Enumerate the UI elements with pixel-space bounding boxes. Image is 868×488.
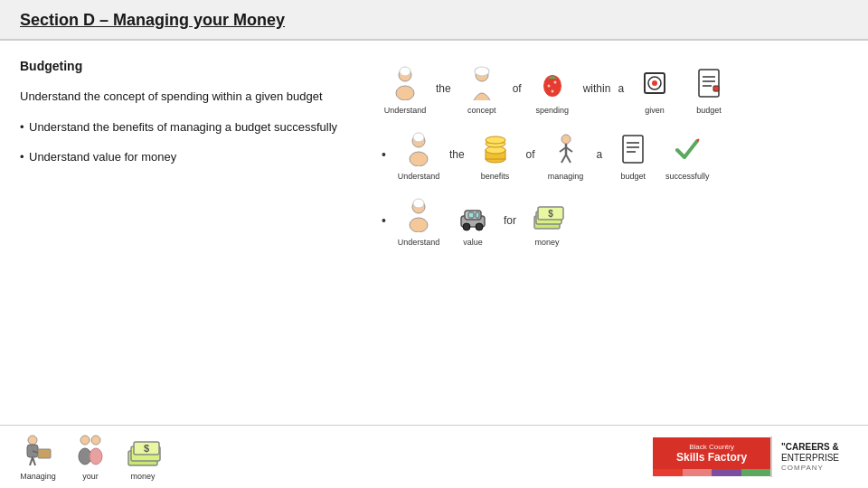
svg-point-1: [396, 86, 414, 100]
footer: Managing your $ money: [0, 425, 868, 488]
svg-rect-44: [468, 212, 474, 218]
sym-budget-2: budget: [609, 128, 656, 182]
sym-within: within: [583, 82, 611, 95]
sym-a-1: a: [618, 82, 624, 95]
footer-label-your: your: [82, 472, 99, 481]
sym-successfully: successfully: [664, 128, 711, 182]
bcsf-color-blocks: [653, 469, 770, 476]
page: Section D – Managing your Money Budgetin…: [0, 0, 868, 488]
sym-understand-2: Understand: [395, 128, 442, 182]
sym-money: $ money: [524, 194, 571, 248]
given-icon: [634, 62, 675, 104]
svg-point-8: [551, 90, 553, 93]
svg-point-6: [547, 85, 550, 88]
bcsf-badge: Black Country Skills Factory: [653, 437, 770, 476]
svg-point-25: [486, 136, 505, 144]
bullet-item-1: • Understand the benefits of managing a …: [20, 118, 363, 136]
svg-point-4: [475, 67, 489, 76]
color-block-pink: [683, 469, 712, 476]
svg-text:$: $: [548, 209, 553, 219]
sym-the-2: the: [449, 148, 465, 161]
footer-icon-group: Managing your $ money: [20, 433, 653, 481]
svg-point-42: [463, 223, 470, 230]
sym-bullet-3: •: [382, 213, 386, 229]
bcsf-line2: Skills Factory: [662, 451, 761, 464]
symbol-row-2: • Understand the: [382, 128, 848, 182]
main-content: Budgeting Understand the concept of spen…: [0, 41, 868, 425]
footer-icon-money: $ money: [125, 433, 161, 481]
footer-logos: Black Country Skills Factory "CAREERS & …: [653, 436, 848, 477]
sym-label-given: given: [645, 106, 665, 116]
footer-icon-your: your: [72, 433, 108, 481]
concept-icon: [461, 62, 503, 104]
sym-label-spending: spending: [535, 106, 569, 116]
svg-point-18: [410, 152, 428, 166]
right-column: Understand the concept of: [382, 59, 848, 425]
sym-label-understand-1: Understand: [384, 106, 427, 116]
sym-understand-1: Understand: [382, 62, 429, 116]
svg-line-31: [566, 155, 571, 163]
color-block-purple: [712, 469, 741, 476]
sym-understand-3: Understand: [395, 194, 442, 248]
sym-label-understand-2: Understand: [398, 172, 440, 182]
bullet-dot-1: •: [20, 118, 24, 136]
understand-icon-1: [384, 62, 426, 104]
careers-line1: CAREERS &: [786, 442, 839, 452]
sym-of-2: of: [526, 148, 535, 161]
understand-icon-3: [398, 194, 439, 236]
svg-point-50: [28, 436, 37, 445]
sym-benefits: benefits: [472, 128, 519, 182]
sym-label-value: value: [463, 238, 483, 248]
sym-label-budget-1: budget: [696, 106, 722, 116]
sym-label-understand-3: Understand: [398, 238, 440, 248]
your-footer-icon: [72, 433, 108, 469]
svg-rect-54: [38, 449, 51, 458]
page-title: Section D – Managing your Money: [20, 11, 285, 29]
bullet-dot-2: •: [20, 148, 24, 166]
svg-line-30: [561, 155, 566, 163]
sym-the-1: the: [436, 82, 451, 95]
careers-badge: "CAREERS & ENTERPRISE COMPANY: [770, 436, 848, 477]
company-text: COMPANY: [781, 464, 824, 472]
svg-text:$: $: [144, 443, 149, 454]
bullet-text-1: Understand the benefits of managing a bu…: [29, 120, 337, 134]
color-block-green: [741, 469, 771, 476]
svg-rect-32: [623, 136, 643, 163]
careers-text: "CAREERS &: [781, 442, 839, 453]
footer-icon-managing: Managing: [20, 433, 56, 481]
svg-point-2: [400, 67, 410, 76]
bcsf-line1: Black Country: [662, 443, 761, 451]
header: Section D – Managing your Money: [0, 0, 868, 41]
managing-icon: [545, 128, 587, 170]
svg-point-56: [80, 436, 90, 445]
sym-bullet-2: •: [382, 147, 386, 163]
successfully-icon: [666, 128, 708, 170]
sym-of-1: of: [513, 82, 522, 95]
svg-point-38: [410, 218, 428, 232]
budget-icon-2: [612, 128, 654, 170]
understand-icon-2: [398, 128, 439, 170]
section-budgeting-title: Budgeting: [20, 59, 363, 73]
svg-point-19: [413, 133, 424, 142]
sym-label-money: money: [534, 238, 559, 248]
svg-point-43: [476, 223, 483, 230]
sym-given: given: [631, 62, 678, 116]
sym-a-2: a: [597, 148, 603, 161]
svg-rect-12: [699, 70, 719, 97]
svg-line-36: [697, 139, 699, 141]
concept-text: Understand the concept of spending withi…: [20, 88, 363, 106]
svg-point-7: [553, 81, 556, 84]
budget-icon-1: [688, 62, 730, 104]
money-footer-icon: $: [125, 433, 161, 469]
sym-label-successfully: successfully: [665, 172, 710, 182]
benefits-icon: [475, 128, 516, 170]
svg-rect-45: [476, 212, 479, 218]
svg-point-11: [652, 80, 657, 86]
footer-label-money: money: [130, 472, 155, 481]
enterprise-text: ENTERPRISE: [781, 453, 839, 464]
bcsf-inner: Black Country Skills Factory: [653, 437, 770, 469]
sym-value: value: [449, 194, 496, 248]
footer-label-managing: Managing: [20, 472, 56, 481]
sym-label-managing: managing: [548, 172, 584, 182]
sym-concept: concept: [458, 62, 505, 116]
